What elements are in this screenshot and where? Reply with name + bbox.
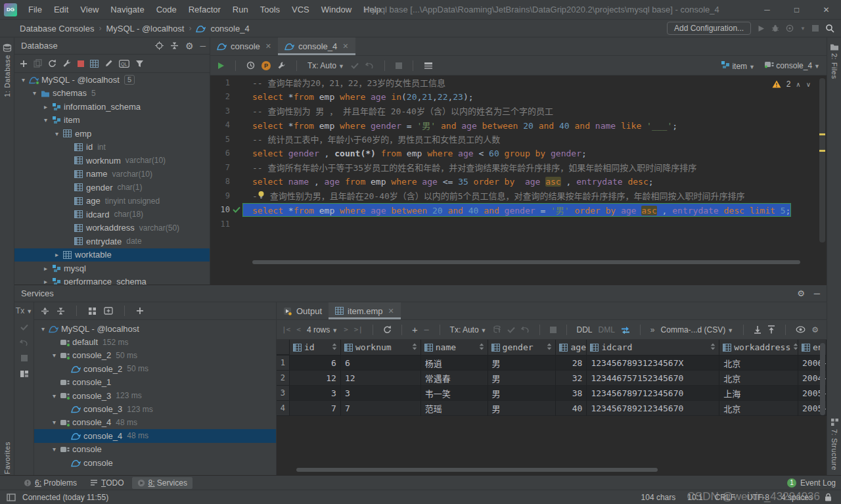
tree-item-schemas[interactable]: ▾ schemas5	[14, 87, 210, 101]
stop-icon[interactable]	[396, 62, 402, 69]
group-tabs-icon[interactable]	[20, 370, 29, 378]
grid-cell[interactable]: 杨逍	[421, 355, 488, 371]
menu-window[interactable]: Window	[315, 5, 357, 14]
menu-file[interactable]: File	[22, 5, 48, 14]
stop-icon[interactable]	[550, 327, 557, 333]
stop-icon[interactable]	[812, 25, 819, 32]
check-green-icon[interactable]	[233, 206, 240, 213]
tree-item-gender[interactable]: genderchar(1)	[14, 181, 210, 195]
dml-button[interactable]: DML	[599, 325, 615, 334]
grid-cell[interactable]: 123446757152345670	[587, 371, 719, 386]
chevron-down-icon[interactable]: ▾	[38, 325, 48, 332]
grid-cell[interactable]: 上海	[719, 386, 798, 401]
tree-item-item[interactable]: ▾ item	[14, 114, 210, 127]
add-row-icon[interactable]: +	[412, 324, 418, 335]
debug-icon[interactable]	[771, 24, 779, 32]
sort-icon[interactable]	[710, 343, 716, 350]
filter-icon[interactable]	[135, 60, 144, 68]
tree-item-console_3[interactable]: console_3123 ms	[34, 402, 276, 415]
import-upload-icon[interactable]	[767, 325, 775, 334]
grid-cell[interactable]: 男	[488, 355, 557, 371]
tree-item-console_2[interactable]: console_250 ms	[34, 362, 276, 375]
session-switcher[interactable]: console_4▼	[764, 60, 820, 70]
next-page-icon[interactable]: >	[344, 325, 348, 334]
tx-switch[interactable]: Tx▼	[16, 306, 32, 315]
inspection-widget[interactable]: 2 ∧ ∨	[772, 80, 811, 89]
grid-cell[interactable]: 范瑶	[421, 401, 488, 416]
tree-item-entrydate[interactable]: entrydatedate	[14, 235, 210, 248]
grid-column-header-worknum[interactable]: worknum	[341, 340, 421, 355]
code-line-7[interactable]: 7 -- 查询所有年龄小于等于35岁员工的姓名和年龄，并对查询结果按年龄升序排序…	[210, 160, 827, 175]
chevron-down-icon[interactable]: ▾	[49, 419, 59, 426]
tree-item-workaddress[interactable]: workaddressvarchar(50)	[14, 221, 210, 235]
grid-cell[interactable]: 28	[556, 355, 587, 371]
collapse-all-icon[interactable]	[57, 307, 65, 315]
code-line-4[interactable]: 4 select *from emp where gender = '男' an…	[210, 118, 827, 133]
status-item[interactable]: 10:1	[687, 493, 702, 502]
tree-item-idcard[interactable]: idcardchar(18)	[14, 208, 210, 221]
grid-column-header-idcard[interactable]: idcard	[587, 340, 719, 355]
settings-icon[interactable]: ⚙	[797, 288, 805, 298]
menu-refactor[interactable]: Refactor	[183, 5, 227, 14]
close-tab-icon[interactable]: ✕	[388, 307, 394, 315]
locate-icon[interactable]	[155, 41, 164, 50]
editor-horizontal-scrollbar[interactable]	[252, 260, 800, 264]
commit-icon[interactable]	[20, 324, 28, 331]
tree-item-console[interactable]: console	[34, 456, 276, 469]
grid-cell[interactable]: 北京	[719, 355, 798, 371]
menu-run[interactable]: Run	[227, 5, 254, 14]
close-tab-icon[interactable]: ✕	[342, 42, 348, 51]
row-number[interactable]: 2	[277, 371, 290, 386]
coverage-icon[interactable]	[786, 24, 794, 32]
editor-tab-console[interactable]: console ✕	[210, 37, 278, 55]
add-service-icon[interactable]	[136, 307, 144, 315]
status-item[interactable]: UTF-8	[747, 493, 769, 502]
open-in-new-tab-icon[interactable]	[104, 307, 113, 315]
chevron-down-icon[interactable]: ▾	[52, 130, 62, 137]
dropdown-arrow-icon[interactable]: ▼	[800, 26, 806, 32]
grid-cell[interactable]: 123456789712345670	[587, 386, 719, 401]
code-line-1[interactable]: 1 -- 查询年龄为20，21，22，23岁的女性员工信息	[210, 76, 827, 90]
delete-row-icon[interactable]: −	[424, 324, 430, 335]
group-by-icon[interactable]	[88, 307, 97, 315]
rollback-icon[interactable]	[521, 326, 530, 333]
status-item[interactable]: 104 chars	[641, 493, 676, 502]
editor-tab-console_4[interactable]: console_4 ✕	[278, 37, 355, 55]
row-number[interactable]: 1	[277, 355, 290, 371]
duplicate-icon[interactable]	[34, 59, 42, 68]
code-line-8[interactable]: 8 select name , age from emp where age <…	[210, 175, 827, 189]
rollback-icon[interactable]	[365, 62, 374, 69]
grid-settings-icon[interactable]: ⚙	[811, 325, 819, 334]
tree-item-worktable[interactable]: ▸ worktable	[14, 248, 210, 262]
chevron-down-icon[interactable]: ▾	[49, 352, 59, 359]
view-options-icon[interactable]	[796, 326, 806, 333]
grid-cell[interactable]: 6	[290, 355, 341, 371]
search-icon[interactable]	[825, 24, 834, 33]
tree-item-information_schema[interactable]: ▸ information_schema	[14, 100, 210, 114]
grid-cell[interactable]: 6	[341, 355, 421, 371]
sort-icon[interactable]	[793, 343, 798, 350]
tree-item-name[interactable]: namevarchar(10)	[14, 168, 210, 181]
tree-item-mysql-localhost[interactable]: ▾ MySQL - @localhost	[34, 322, 276, 335]
code-editor[interactable]: 1 -- 查询年龄为20，21，22，23岁的女性员工信息 2 select *…	[210, 76, 827, 285]
menu-tools[interactable]: Tools	[254, 5, 286, 14]
grid-column-header-name[interactable]: name	[421, 340, 488, 355]
grid-cell[interactable]: 男	[488, 386, 557, 401]
toolwindow-button-8-services[interactable]: 8: Services	[132, 477, 193, 489]
tree-item-console_2[interactable]: ▾ console_250 ms	[34, 349, 276, 362]
tree-item-mysql-localhost[interactable]: ▾ MySQL - @localhost5	[14, 73, 210, 87]
execute-icon[interactable]	[217, 62, 225, 70]
last-page-icon[interactable]: >|	[354, 325, 363, 334]
stripe-button-favorites[interactable]: Favorites	[3, 442, 11, 474]
tx-mode-select[interactable]: Tx: Auto▼	[450, 325, 487, 334]
sort-icon[interactable]	[826, 343, 827, 350]
grid-vertical-scrollbar[interactable]	[820, 343, 825, 415]
event-log-button[interactable]: 1 Event Log	[787, 478, 836, 488]
grid-cell[interactable]: 男	[488, 401, 557, 416]
grid-cell[interactable]: 北京	[719, 401, 798, 416]
submit-db-icon[interactable]	[493, 325, 501, 334]
code-line-6[interactable]: 6 select gender , count(*) from emp wher…	[210, 147, 827, 161]
menu-navigate[interactable]: Navigate	[104, 5, 150, 14]
grid-cell[interactable]: 男	[488, 371, 557, 386]
grid-cell[interactable]: 40	[556, 401, 587, 416]
